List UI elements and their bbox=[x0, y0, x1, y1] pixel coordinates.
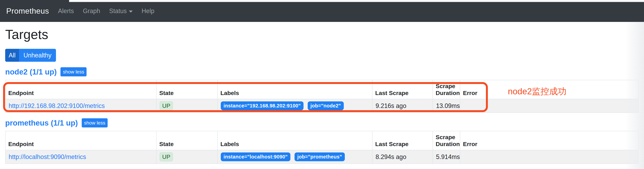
col-labels: Labels bbox=[218, 80, 372, 99]
endpoint-link[interactable]: http://192.168.98.202:9100/metrics bbox=[9, 102, 105, 109]
target-row-prometheus: http://localhost:9090/metrics UP instanc… bbox=[5, 150, 639, 164]
col-last-scrape: Last Scrape bbox=[372, 131, 433, 150]
filter-all-button[interactable]: All bbox=[5, 49, 19, 62]
show-less-button-node2[interactable]: show less bbox=[60, 67, 86, 76]
error-cell bbox=[460, 99, 639, 113]
target-row-node2: http://192.168.98.202:9100/metrics UP in… bbox=[5, 99, 639, 113]
job-title-prometheus[interactable]: prometheus (1/1 up) bbox=[5, 119, 78, 127]
filter-unhealthy-button[interactable]: Unhealthy bbox=[19, 49, 56, 62]
col-labels: Labels bbox=[218, 131, 372, 150]
table-header-row: Endpoint State Labels Last Scrape Scrape… bbox=[5, 131, 639, 150]
label-badge-job: job="prometheus" bbox=[294, 153, 345, 161]
nav-status-label: Status bbox=[109, 7, 127, 15]
job-section-prometheus: prometheus (1/1 up) show less Endpoint S… bbox=[5, 118, 639, 164]
label-badge-instance: instance="192.168.98.202:9100" bbox=[221, 101, 304, 110]
last-scrape-value: 8.294s ago bbox=[372, 150, 433, 164]
col-last-scrape: Last Scrape bbox=[372, 80, 433, 99]
targets-table-prometheus: Endpoint State Labels Last Scrape Scrape… bbox=[5, 131, 639, 164]
nav-help[interactable]: Help bbox=[142, 7, 154, 15]
col-scrape-duration: Scrape Duration bbox=[433, 131, 460, 150]
scrape-duration-value: 5.914ms bbox=[433, 150, 460, 164]
nav-status-dropdown[interactable]: Status bbox=[109, 7, 133, 15]
nav-graph[interactable]: Graph bbox=[83, 7, 100, 15]
state-up-badge: UP bbox=[160, 101, 173, 110]
show-less-button-prometheus[interactable]: show less bbox=[82, 118, 108, 128]
target-filter-group: All Unhealthy bbox=[5, 49, 56, 62]
last-scrape-value: 9.216s ago bbox=[372, 99, 433, 113]
col-state: State bbox=[156, 131, 218, 150]
col-state: State bbox=[156, 80, 218, 99]
label-badge-job: job="node2" bbox=[308, 101, 344, 110]
brand-prometheus[interactable]: Prometheus bbox=[6, 6, 49, 15]
window-top-strip bbox=[69, 0, 644, 2]
annotation-text: node2监控成功 bbox=[508, 86, 566, 97]
top-navbar: Prometheus Alerts Graph Status Help bbox=[0, 0, 644, 22]
endpoint-link[interactable]: http://localhost:9090/metrics bbox=[9, 153, 86, 160]
state-up-badge: UP bbox=[160, 152, 173, 162]
page-title: Targets bbox=[5, 28, 639, 41]
job-header-prometheus: prometheus (1/1 up) show less bbox=[5, 118, 639, 128]
caret-down-icon bbox=[129, 10, 133, 12]
col-scrape-duration: Scrape Duration bbox=[433, 80, 460, 99]
col-error: Error bbox=[460, 131, 639, 150]
label-badge-instance: instance="localhost:9090" bbox=[221, 153, 290, 161]
job-header-node2: node2 (1/1 up) show less bbox=[5, 67, 639, 76]
col-endpoint: Endpoint bbox=[5, 131, 156, 150]
scrape-duration-value: 13.09ms bbox=[433, 99, 460, 113]
error-cell bbox=[460, 150, 639, 164]
col-endpoint: Endpoint bbox=[5, 80, 156, 99]
job-title-node2[interactable]: node2 (1/1 up) bbox=[5, 68, 57, 76]
nav-alerts[interactable]: Alerts bbox=[58, 7, 74, 15]
